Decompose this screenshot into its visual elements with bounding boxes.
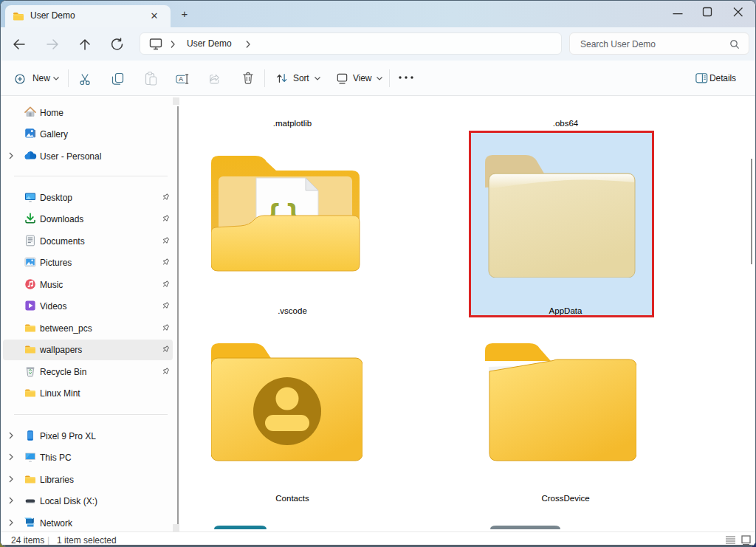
svg-text:A: A (179, 75, 183, 83)
